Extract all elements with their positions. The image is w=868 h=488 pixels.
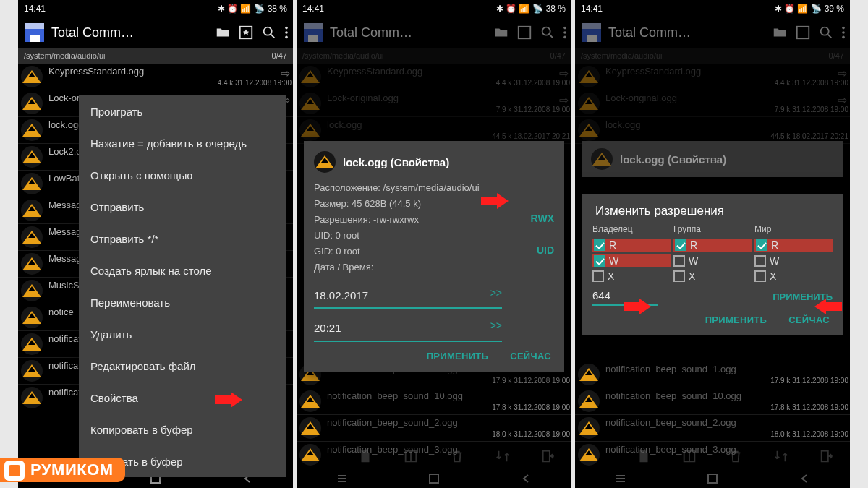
path-text: /system/media/audio/ui xyxy=(24,51,106,60)
context-menu-item[interactable]: Открыть с помощью xyxy=(79,159,286,191)
context-menu-item[interactable]: Копировать в буфер xyxy=(79,414,286,445)
file-row[interactable]: notification_beep_sound_10.ogg 17.8 k 31… xyxy=(575,388,850,415)
context-menu-item[interactable]: Свойства xyxy=(79,382,286,414)
context-menu-item[interactable]: Проиграть xyxy=(79,95,286,127)
file-type-icon xyxy=(21,360,43,382)
watermark-logo: РУМИКОМ xyxy=(0,458,125,482)
svg-point-8 xyxy=(563,27,566,30)
svg-point-16 xyxy=(842,27,845,30)
rwx-button[interactable]: RWX xyxy=(531,210,554,228)
file-meta: 17.9 k 31.12.2008 19:00 xyxy=(605,377,848,385)
file-type-icon xyxy=(299,417,321,439)
file-type-icon xyxy=(21,307,43,328)
time-more-button[interactable]: >> xyxy=(490,317,502,335)
group-r-checkbox[interactable]: R xyxy=(673,239,752,252)
file-row[interactable]: notification_beep_sound_10.ogg 17.8 k 31… xyxy=(297,388,571,415)
file-row[interactable]: notification_beep_sound_3.ogg xyxy=(575,442,850,468)
properties-dialog-header-dimmed: lock.ogg (Свойства) xyxy=(582,141,843,177)
file-meta: 4.4 k 31.12.2008 19:00 xyxy=(48,79,292,87)
svg-point-10 xyxy=(563,36,566,39)
svg-point-3 xyxy=(285,31,288,34)
file-row[interactable]: notification_beep_sound_1.ogg 17.9 k 31.… xyxy=(575,361,850,388)
phone-screenshot-2: 14:41 ✱ ⏰ 📶 📡38 % Total Comm… /system/me… xyxy=(297,0,571,488)
disk-icon xyxy=(582,23,601,42)
now-button[interactable]: СЕЙЧАС xyxy=(510,351,551,361)
star-icon[interactable] xyxy=(516,25,532,40)
file-type-icon xyxy=(21,333,43,355)
file-type-icon xyxy=(21,146,43,168)
overflow-icon[interactable] xyxy=(284,25,289,40)
arrow-annotation xyxy=(624,299,654,314)
file-meta: 17.8 k 31.12.2008 19:00 xyxy=(605,403,848,411)
status-right: ✱ ⏰ 📶 📡38 % xyxy=(218,4,287,14)
file-row[interactable]: notification_beep_sound_2.ogg 18.0 k 31.… xyxy=(297,415,571,442)
phone-screenshot-3: 14:41 ✱ ⏰ 📶 📡39 % Total Comm… /system/me… xyxy=(575,0,850,488)
now-button[interactable]: СЕЙЧАС xyxy=(788,314,830,325)
star-icon[interactable] xyxy=(238,25,254,40)
owner-r-checkbox[interactable]: R xyxy=(592,239,671,252)
file-type-icon xyxy=(21,93,43,114)
search-icon[interactable] xyxy=(540,25,556,40)
svg-point-2 xyxy=(285,27,288,30)
group-x-checkbox[interactable]: X xyxy=(673,270,752,282)
app-bar: Total Comm… xyxy=(18,17,293,48)
file-row[interactable]: notification_beep_sound_3.ogg xyxy=(297,442,571,468)
star-icon[interactable] xyxy=(795,25,811,40)
file-row[interactable]: notification_beep_sound_2.ogg 18.0 k 31.… xyxy=(575,415,850,442)
arrow-annotation xyxy=(812,299,842,314)
owner-x-checkbox[interactable]: X xyxy=(592,270,671,282)
svg-point-15 xyxy=(821,27,829,35)
date-more-button[interactable]: >> xyxy=(490,285,502,302)
prop-size: Размер: 45 628B (44.5 k) xyxy=(314,196,554,212)
overflow-icon[interactable] xyxy=(841,25,846,40)
context-menu-item[interactable]: Переименовать xyxy=(79,286,286,318)
uid-button[interactable]: UID xyxy=(537,242,554,260)
world-x-checkbox[interactable]: X xyxy=(754,270,833,282)
context-menu-item[interactable]: Нажатие = добавить в очередь xyxy=(79,127,286,159)
folder-icon[interactable] xyxy=(772,25,788,40)
dialog-title: Изменить разрешения xyxy=(592,204,833,218)
apply-button[interactable]: ПРИМЕНИТЬ xyxy=(427,351,489,361)
context-menu-item[interactable]: Отправить */* xyxy=(79,223,286,254)
search-icon[interactable] xyxy=(261,25,277,40)
file-type-icon xyxy=(21,387,43,408)
owner-w-checkbox[interactable]: W xyxy=(592,254,671,267)
apply-button[interactable]: ПРИМЕНИТЬ xyxy=(705,314,767,325)
file-type-icon xyxy=(21,66,43,87)
arrow-annotation xyxy=(215,392,245,408)
search-icon[interactable] xyxy=(818,25,834,40)
file-meta: 18.0 k 31.12.2008 19:00 xyxy=(327,430,570,438)
col-group: Группа xyxy=(673,223,752,236)
folder-icon[interactable] xyxy=(493,25,509,40)
context-menu-item[interactable]: Создать ярлык на столе xyxy=(79,254,286,286)
file-name: notification_beep_sound_2.ogg xyxy=(605,417,848,428)
group-w-checkbox[interactable]: W xyxy=(673,254,752,267)
date-input[interactable]: 18.02.2017 xyxy=(314,285,502,309)
context-menu-item[interactable]: Редактировать файл xyxy=(79,350,286,382)
svg-point-4 xyxy=(285,36,288,39)
context-menu-item[interactable]: Отправить xyxy=(79,191,286,223)
properties-dialog: lock.ogg (Свойства) Расположение: /syste… xyxy=(304,141,564,372)
world-r-checkbox[interactable]: R xyxy=(754,239,833,252)
folder-icon[interactable] xyxy=(215,25,231,40)
time-input[interactable]: 20:21 xyxy=(314,317,502,342)
prop-datetime-label: Дата / Время: xyxy=(314,260,554,275)
status-bar: 14:41 ✱ ⏰ 📶 📡39 % xyxy=(575,0,850,17)
file-meta: 17.8 k 31.12.2008 19:00 xyxy=(327,403,570,411)
path-index: 0/47 xyxy=(272,51,287,60)
file-type-icon xyxy=(314,151,336,173)
context-menu-item[interactable]: Удалить xyxy=(79,318,286,350)
file-name: notification_beep_sound_3.ogg xyxy=(605,444,848,455)
world-w-checkbox[interactable]: W xyxy=(754,254,833,267)
file-row[interactable]: KeypressStandard.ogg 4.4 k 31.12.2008 19… xyxy=(18,64,293,90)
prop-permissions: Разрешения: -rw-rwxrwx xyxy=(314,214,419,225)
svg-point-1 xyxy=(264,27,272,35)
arrow-annotation xyxy=(481,193,511,209)
overflow-icon[interactable] xyxy=(563,25,567,40)
file-type-icon xyxy=(21,173,43,194)
file-type-icon xyxy=(578,444,600,466)
disk-icon xyxy=(304,23,323,42)
file-type-icon xyxy=(21,119,43,141)
svg-rect-6 xyxy=(519,27,531,39)
file-name: notification_beep_sound_10.ogg xyxy=(327,390,570,401)
